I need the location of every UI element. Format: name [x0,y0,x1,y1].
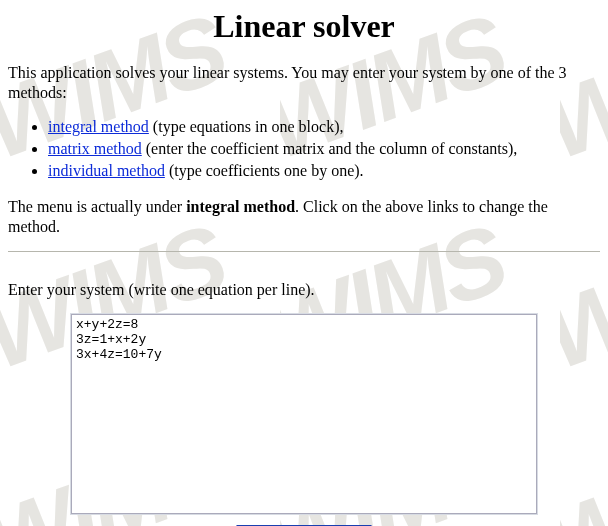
system-label: Enter your system (write one equation pe… [8,280,600,300]
divider [8,251,600,252]
link-matrix-method[interactable]: matrix method [48,140,142,157]
methods-list: integral method (type equations in one b… [8,117,600,181]
current-method-text: The menu is actually under integral meth… [8,197,600,237]
link-integral-method[interactable]: integral method [48,118,149,135]
method-desc: (enter the coefficient matrix and the co… [142,140,518,157]
page-title: Linear solver [8,8,600,45]
current-method-name: integral method [186,198,295,215]
equations-input[interactable] [71,314,537,514]
list-item: individual method (type coefficients one… [48,161,600,181]
link-individual-method[interactable]: individual method [48,162,165,179]
method-desc: (type equations in one block), [149,118,344,135]
list-item: matrix method (enter the coefficient mat… [48,139,600,159]
intro-text: This application solves your linear syst… [8,63,600,103]
list-item: integral method (type equations in one b… [48,117,600,137]
method-desc: (type coefficients one by one). [165,162,364,179]
